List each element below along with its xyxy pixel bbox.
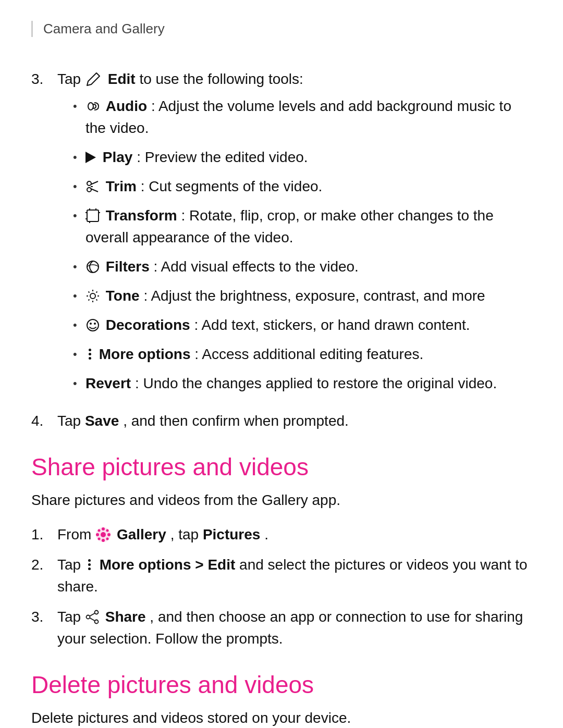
audio-icon: [85, 98, 106, 114]
step-4-text-post: , and then confirm when prompted.: [123, 413, 349, 429]
step-3-edit-label: Edit: [108, 71, 136, 87]
svg-line-34: [90, 618, 94, 621]
tone-text: : Adjust the brightness, exposure, contr…: [143, 288, 485, 304]
share-step-1: 1. From: [31, 524, 532, 546]
bullet-tone: •: [73, 285, 532, 307]
svg-point-29: [98, 537, 101, 540]
svg-line-13: [89, 291, 90, 292]
svg-point-0: [88, 103, 93, 110]
transform-icon: [85, 207, 106, 224]
trim-label: Trim: [106, 178, 137, 194]
bullet-tone-content: Tone : Adjust the brightness, exposure, …: [85, 285, 532, 307]
share-section-heading: Share pictures and videos: [31, 453, 532, 481]
bullet-dot: •: [73, 97, 85, 115]
audio-text: : Adjust the volume levels and add backg…: [85, 98, 511, 136]
bullet-dot-revert: •: [73, 375, 85, 392]
step-3-number: 3.: [31, 68, 57, 402]
more-options-icon: [85, 348, 94, 361]
bullet-audio-content: Audio : Adjust the volume levels and add…: [85, 95, 532, 139]
page-header: Camera and Gallery: [31, 21, 532, 37]
share-step-3-pre: Tap: [57, 609, 85, 625]
share-step-1-pre: From: [57, 526, 95, 542]
share-step-2-pre: Tap: [57, 557, 85, 573]
bullet-transform-content: Transform : Rotate, flip, crop, or make …: [85, 205, 532, 249]
bullet-more-options: • More options : Access additional editi…: [73, 343, 532, 365]
trim-text: : Cut segments of the video.: [141, 178, 323, 194]
svg-point-2: [87, 188, 91, 192]
share-step-3: 3. Tap Share , and then choose an app or…: [31, 606, 532, 650]
bullet-filters-content: Filters : Add visual effects to the vide…: [85, 256, 532, 278]
bullet-dot-decorations: •: [73, 316, 85, 334]
header-title: Camera and Gallery: [43, 21, 165, 36]
svg-point-27: [106, 537, 109, 540]
trim-icon: [85, 178, 106, 194]
tone-icon: [85, 288, 106, 304]
step-3-text-post: to use the following tools:: [139, 71, 303, 87]
svg-point-23: [102, 539, 105, 542]
share-step-2-bold: More options > Edit: [100, 557, 236, 573]
filters-icon: [85, 258, 106, 275]
decorations-text: : Add text, stickers, or hand drawn cont…: [194, 317, 470, 333]
svg-line-16: [89, 299, 90, 300]
svg-line-4: [91, 189, 98, 192]
filters-label: Filters: [106, 258, 150, 275]
svg-line-33: [90, 613, 94, 616]
bullet-decorations-content: Decorations : Add text, stickers, or han…: [85, 314, 532, 336]
bullet-filters: • Filters : Add visual effects to the: [73, 256, 532, 278]
delete-section-heading: Delete pictures and videos: [31, 671, 532, 699]
tone-label: Tone: [106, 288, 140, 304]
bullet-dot-transform: •: [73, 207, 85, 224]
svg-point-25: [107, 533, 111, 536]
share-step-1-pictures: Pictures: [203, 526, 261, 542]
revert-label: Revert: [85, 375, 131, 391]
more-options-text: : Access additional editing features.: [194, 346, 423, 362]
bullet-dot-trim: •: [73, 178, 85, 195]
svg-point-19: [94, 323, 96, 325]
play-text: : Preview the edited video.: [137, 149, 308, 165]
step-3: 3. Tap Edit to use the following tools: …: [31, 68, 532, 402]
share-step-1-gallery: Gallery: [117, 526, 166, 542]
share-step-1-post: .: [264, 526, 268, 542]
bullet-dot-filters: •: [73, 258, 85, 275]
bullet-trim: • Trim: [73, 176, 532, 198]
svg-point-7: [87, 261, 99, 273]
dots-icon-share: [85, 558, 94, 572]
step-4-number: 4.: [31, 410, 57, 432]
bullet-play-content: Play : Preview the edited video.: [85, 146, 532, 168]
play-icon: [85, 152, 96, 163]
transform-label: Transform: [106, 207, 177, 224]
svg-point-18: [90, 323, 92, 325]
svg-point-22: [102, 527, 105, 530]
bullet-revert-content: Revert : Undo the changes applied to res…: [85, 373, 532, 394]
svg-point-30: [94, 610, 98, 614]
svg-point-26: [98, 529, 101, 532]
step-4-text-pre: Tap: [57, 413, 85, 429]
bullet-more-content: More options : Access additional editing…: [85, 343, 532, 365]
step-4: 4. Tap Save , and then confirm when prom…: [31, 410, 532, 432]
share-step-3-bold: Share: [105, 609, 146, 625]
share-icon: [85, 609, 105, 625]
svg-point-28: [106, 529, 109, 532]
bullet-dot-tone: •: [73, 287, 85, 304]
svg-line-3: [91, 181, 98, 184]
svg-point-8: [90, 293, 95, 299]
svg-point-32: [86, 615, 90, 619]
bullet-decorations: • Decorations : Add: [73, 314, 532, 336]
step-3-text-pre: Tap: [57, 71, 85, 87]
svg-point-31: [94, 620, 98, 623]
gallery-icon-share: [95, 526, 117, 542]
share-step-2: 2. Tap More options > Edit and select th…: [31, 554, 532, 598]
svg-point-17: [87, 319, 99, 331]
svg-point-24: [96, 533, 99, 536]
bullet-revert: • Revert : Undo the changes applied to r…: [73, 373, 532, 394]
svg-rect-6: [87, 210, 99, 221]
filters-text: : Add visual effects to the video.: [154, 258, 359, 275]
revert-text: : Undo the changes applied to restore th…: [135, 375, 497, 391]
step-4-save-label: Save: [85, 413, 119, 429]
share-step-1-mid: , tap: [170, 526, 203, 542]
delete-section-intro: Delete pictures and videos stored on you…: [31, 707, 532, 728]
play-label: Play: [103, 149, 133, 165]
more-options-label: More options: [99, 346, 191, 362]
decorations-icon: [85, 317, 106, 333]
edit-icon: [85, 71, 108, 87]
